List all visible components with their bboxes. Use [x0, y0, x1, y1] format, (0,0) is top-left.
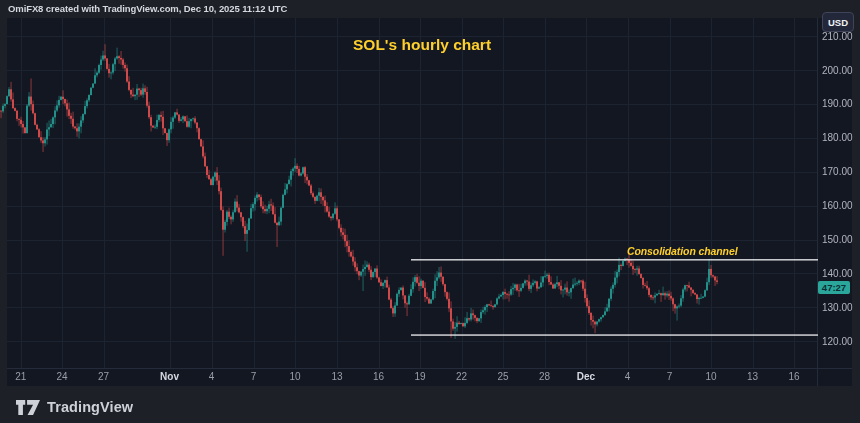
time-tick-label: 10 [289, 371, 300, 382]
bar-countdown-badge: 47:27 [818, 281, 850, 294]
time-tick-label: 7 [667, 371, 673, 382]
time-tick-label: 22 [456, 371, 467, 382]
time-tick-label: 25 [497, 371, 508, 382]
attribution-text: OmiFX8 created with TradingView.com, Dec… [8, 3, 287, 14]
time-tick-label: 28 [539, 371, 550, 382]
time-tick-label: 13 [747, 371, 758, 382]
time-tick-label: 10 [705, 371, 716, 382]
chart-title: SOL's hourly chart [353, 36, 491, 54]
time-tick-label: 4 [625, 371, 631, 382]
time-tick-month-label: Dec [577, 371, 595, 382]
time-tick-label: 4 [209, 371, 215, 382]
time-tick-month-label: Nov [160, 371, 179, 382]
time-tick-label: 7 [251, 371, 257, 382]
time-tick-label: 13 [331, 371, 342, 382]
tradingview-logo-text: TradingView [47, 399, 133, 415]
time-tick-label: 19 [414, 371, 425, 382]
time-tick-label: 16 [788, 371, 799, 382]
time-tick-label: 27 [98, 371, 109, 382]
time-tick-label: 16 [373, 371, 384, 382]
time-axis[interactable]: 212427Nov4710131619222528Dec47101316 [0, 0, 860, 423]
tradingview-logo-icon [16, 400, 40, 415]
tradingview-logo[interactable]: TradingView [16, 397, 133, 417]
consolidation-channel-label: Consolidation channel [627, 245, 738, 257]
time-tick-label: 21 [15, 371, 26, 382]
currency-badge[interactable]: USD [822, 12, 854, 32]
time-tick-label: 24 [56, 371, 67, 382]
